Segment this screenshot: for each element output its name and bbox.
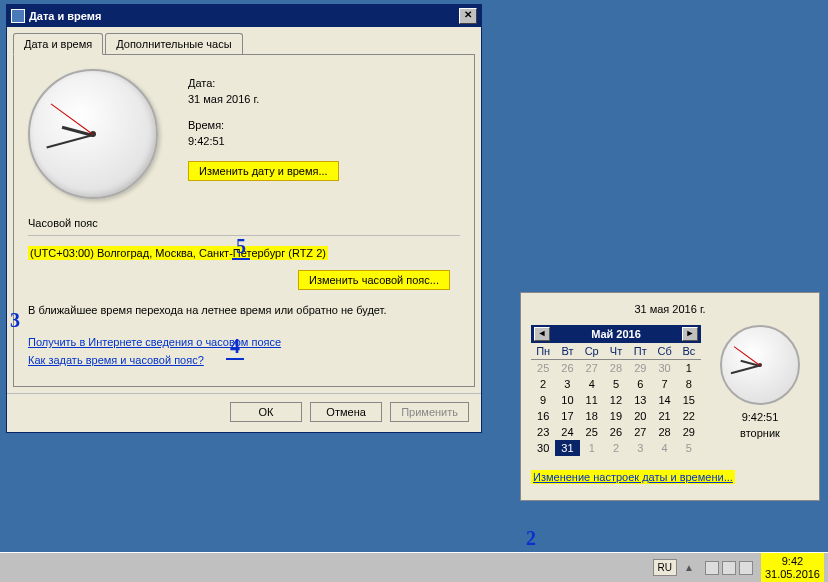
tray-icons bbox=[701, 561, 757, 575]
calendar-day[interactable]: 29 bbox=[677, 424, 701, 440]
calendar-month-title: Май 2016 bbox=[550, 328, 682, 340]
calendar-day[interactable]: 28 bbox=[604, 360, 628, 376]
calendar-day[interactable]: 4 bbox=[580, 376, 604, 392]
tray-calendar-popup: 31 мая 2016 г. ◄ Май 2016 ► ПнВтСрЧтПтСб… bbox=[520, 292, 820, 501]
date-value: 31 мая 2016 г. bbox=[188, 93, 339, 105]
change-settings-link[interactable]: Изменение настроек даты и времени... bbox=[531, 470, 735, 484]
next-month-button[interactable]: ► bbox=[682, 327, 698, 341]
calendar-day[interactable]: 5 bbox=[677, 440, 701, 456]
tab-date-time[interactable]: Дата и время bbox=[13, 33, 103, 55]
analog-clock bbox=[28, 69, 158, 199]
tab-strip: Дата и время Дополнительные часы bbox=[7, 27, 481, 55]
mini-analog-clock bbox=[720, 325, 800, 405]
calendar-dow: Пт bbox=[628, 343, 652, 360]
dst-note: В ближайшее время перехода на летнее вре… bbox=[28, 304, 460, 316]
calendar-day[interactable]: 4 bbox=[652, 440, 676, 456]
window-title: Дата и время bbox=[29, 10, 459, 22]
date-label: Дата: bbox=[188, 77, 339, 89]
calendar-day[interactable]: 24 bbox=[555, 424, 579, 440]
calendar-day[interactable]: 18 bbox=[580, 408, 604, 424]
calendar-dow: Вт bbox=[555, 343, 579, 360]
calendar-day[interactable]: 26 bbox=[555, 360, 579, 376]
calendar-day[interactable]: 9 bbox=[531, 392, 555, 408]
calendar-dow: Ср bbox=[580, 343, 604, 360]
timezone-value: (UTC+03:00) Волгоград, Москва, Санкт-Пет… bbox=[28, 246, 328, 260]
calendar-grid: ПнВтСрЧтПтСбВс25262728293012345678910111… bbox=[531, 343, 701, 456]
calendar-day[interactable]: 30 bbox=[652, 360, 676, 376]
calendar-day[interactable]: 10 bbox=[555, 392, 579, 408]
network-icon[interactable] bbox=[722, 561, 736, 575]
calendar-day[interactable]: 6 bbox=[628, 376, 652, 392]
calendar-day[interactable]: 31 bbox=[555, 440, 579, 456]
calendar-day[interactable]: 2 bbox=[604, 440, 628, 456]
flag-icon[interactable] bbox=[705, 561, 719, 575]
calendar-day[interactable]: 21 bbox=[652, 408, 676, 424]
tray-date-value: 31.05.2016 bbox=[765, 568, 820, 580]
ok-button[interactable]: ОК bbox=[230, 402, 302, 422]
calendar-dow: Вс bbox=[677, 343, 701, 360]
tray-time-value: 9:42 bbox=[765, 555, 820, 567]
calendar-day[interactable]: 15 bbox=[677, 392, 701, 408]
time-label: Время: bbox=[188, 119, 339, 131]
calendar-day[interactable]: 28 bbox=[652, 424, 676, 440]
volume-icon[interactable] bbox=[739, 561, 753, 575]
close-button[interactable]: ✕ bbox=[459, 8, 477, 24]
timezone-section-label: Часовой пояс bbox=[28, 217, 460, 229]
calendar-day[interactable]: 27 bbox=[628, 424, 652, 440]
calendar-day[interactable]: 16 bbox=[531, 408, 555, 424]
calendar-day[interactable]: 26 bbox=[604, 424, 628, 440]
calendar-day[interactable]: 19 bbox=[604, 408, 628, 424]
apply-button[interactable]: Применить bbox=[390, 402, 469, 422]
app-icon bbox=[11, 9, 25, 23]
tab-panel: Дата: 31 мая 2016 г. Время: 9:42:51 Изме… bbox=[13, 54, 475, 387]
calendar-day[interactable]: 29 bbox=[628, 360, 652, 376]
calendar-day[interactable]: 25 bbox=[531, 360, 555, 376]
tab-additional-clocks[interactable]: Дополнительные часы bbox=[105, 33, 242, 55]
time-value: 9:42:51 bbox=[188, 135, 339, 147]
calendar-day[interactable]: 25 bbox=[580, 424, 604, 440]
calendar-day[interactable]: 27 bbox=[580, 360, 604, 376]
calendar-day[interactable]: 17 bbox=[555, 408, 579, 424]
calendar-day[interactable]: 11 bbox=[580, 392, 604, 408]
date-time-dialog: Дата и время ✕ Дата и время Дополнительн… bbox=[6, 4, 482, 433]
annotation-3: 3 bbox=[10, 309, 20, 332]
dialog-button-row: ОК Отмена Применить bbox=[7, 393, 481, 432]
taskbar: RU ▲ 9:42 31.05.2016 bbox=[0, 552, 828, 582]
calendar: ◄ Май 2016 ► ПнВтСрЧтПтСбВс2526272829301… bbox=[531, 325, 701, 456]
popup-weekday: вторник bbox=[711, 427, 809, 439]
calendar-day[interactable]: 3 bbox=[555, 376, 579, 392]
calendar-day[interactable]: 8 bbox=[677, 376, 701, 392]
cancel-button[interactable]: Отмена bbox=[310, 402, 382, 422]
annotation-2: 2 bbox=[526, 527, 536, 550]
calendar-day[interactable]: 3 bbox=[628, 440, 652, 456]
language-indicator[interactable]: RU bbox=[653, 559, 677, 576]
calendar-dow: Сб bbox=[652, 343, 676, 360]
calendar-day[interactable]: 7 bbox=[652, 376, 676, 392]
howto-link[interactable]: Как задать время и часовой пояс? bbox=[28, 354, 460, 366]
calendar-day[interactable]: 20 bbox=[628, 408, 652, 424]
calendar-day[interactable]: 23 bbox=[531, 424, 555, 440]
calendar-day[interactable]: 2 bbox=[531, 376, 555, 392]
change-date-time-button[interactable]: Изменить дату и время... bbox=[188, 161, 339, 181]
titlebar[interactable]: Дата и время ✕ bbox=[7, 5, 481, 27]
calendar-day[interactable]: 14 bbox=[652, 392, 676, 408]
tray-clock[interactable]: 9:42 31.05.2016 bbox=[761, 553, 824, 581]
popup-time: 9:42:51 bbox=[711, 411, 809, 423]
calendar-day[interactable]: 5 bbox=[604, 376, 628, 392]
calendar-dow: Чт bbox=[604, 343, 628, 360]
calendar-day[interactable]: 13 bbox=[628, 392, 652, 408]
tray-expand-icon[interactable]: ▲ bbox=[681, 562, 697, 573]
calendar-day[interactable]: 1 bbox=[677, 360, 701, 376]
calendar-day[interactable]: 12 bbox=[604, 392, 628, 408]
calendar-dow: Пн bbox=[531, 343, 555, 360]
system-tray: RU ▲ 9:42 31.05.2016 bbox=[653, 553, 824, 581]
calendar-day[interactable]: 1 bbox=[580, 440, 604, 456]
change-timezone-button[interactable]: Изменить часовой пояс... bbox=[298, 270, 450, 290]
calendar-day[interactable]: 22 bbox=[677, 408, 701, 424]
tz-info-link[interactable]: Получить в Интернете сведения о часовом … bbox=[28, 336, 460, 348]
popup-date-header: 31 мая 2016 г. bbox=[531, 303, 809, 315]
calendar-day[interactable]: 30 bbox=[531, 440, 555, 456]
prev-month-button[interactable]: ◄ bbox=[534, 327, 550, 341]
